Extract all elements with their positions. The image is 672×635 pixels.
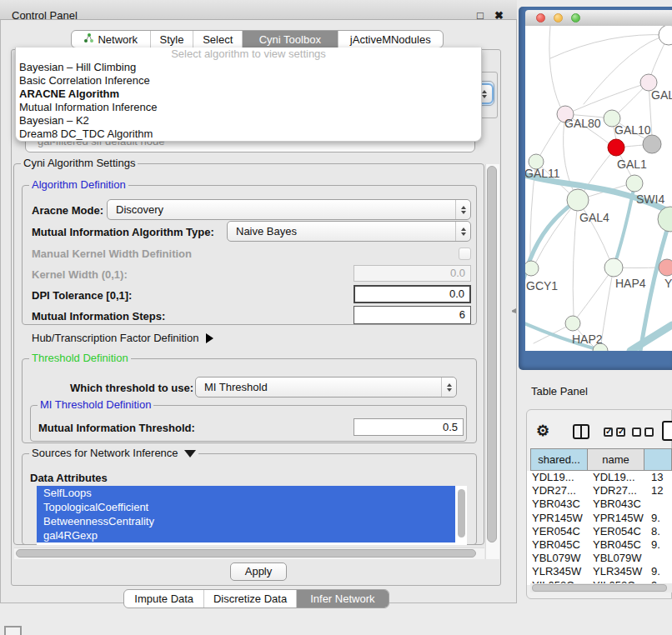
dpi-tolerance-label: DPI Tolerance [0,1]: [32,289,132,302]
tab-jactivemnodules[interactable]: jActiveMNodules [339,31,443,48]
aracne-mode-select[interactable]: Discovery [107,199,471,220]
tab-network[interactable]: Network [72,31,151,48]
network-node[interactable] [643,135,661,153]
network-window-titlebar[interactable] [525,10,672,26]
group-title: Cyni Algorithm Settings [21,158,138,169]
network-node-swi4[interactable] [626,175,643,192]
table-cell: YBL079W [593,552,651,565]
network-edge [535,200,578,263]
tab-cyni-toolbox[interactable]: Cyni Toolbox [243,31,338,48]
settings-horizontal-scrollbar-thumb[interactable] [16,549,476,558]
dpi-tolerance-input[interactable]: 0.0 [354,285,471,303]
collapsed-arrow-icon [206,333,213,343]
table-row[interactable]: YER054CYER054C8. [527,525,672,538]
cyni-mode-tabbar: Impute Data Discretize Data Infer Networ… [123,589,389,608]
aracne-mode-label: Aracne Mode: [32,204,103,217]
node-label: GAL80 [564,117,601,130]
select-all-icon[interactable] [604,428,625,437]
tab-infer-network-label: Infer Network [310,592,374,605]
column-header-shared[interactable]: shared... [530,448,588,471]
algorithm-option[interactable]: Dream8 DC_TDC Algorithm [16,128,481,141]
sources-toggle[interactable]: Sources for Network Inference [29,448,198,459]
list-scrollbar-thumb[interactable] [458,489,465,538]
attribute-list-item[interactable]: BetweennessCentrality [37,514,455,528]
expanded-arrow-icon [184,450,196,458]
attribute-list-item[interactable]: gal4RGexp [37,528,455,542]
tab-discretize-data[interactable]: Discretize Data [204,590,296,608]
network-node-y[interactable] [659,259,672,276]
mi-steps-input[interactable]: 6 [354,306,471,324]
column-header-name[interactable]: name [587,448,644,471]
column-header-third[interactable] [644,448,672,471]
algorithm-option[interactable]: ARACNE Algorithm [16,88,481,101]
node-table-body: YDL19...YDL19...13YDR27...YDR27...12YBR0… [527,471,672,585]
network-node[interactable] [659,26,672,45]
minimize-window-icon[interactable] [554,13,563,22]
network-node-gcy1[interactable] [525,261,539,276]
node-label: HAP2 [572,332,603,346]
table-cell: YPR145W [527,512,593,525]
manual-kernel-checkbox[interactable] [459,248,471,260]
columns-view-icon[interactable] [573,424,589,439]
network-edge [550,35,669,58]
close-window-icon[interactable] [536,13,545,22]
mi-algorithm-type-label: Mutual Information Algorithm Type: [32,226,214,238]
settings-vertical-scrollbar-thumb[interactable] [487,166,497,542]
table-row[interactable]: YBL079WYBL079W [527,552,672,565]
mi-steps-label: Mutual Information Steps: [32,310,165,322]
mi-threshold-input[interactable]: 0.5 [354,418,464,436]
network-node-gal4[interactable] [567,189,589,211]
checked-box-icon [604,428,613,437]
table-row[interactable]: YDR27...YDR27...12 [527,484,672,498]
table-cell: 9. [651,538,672,552]
table-function-icon[interactable] [662,421,672,441]
network-node-gal1[interactable] [608,139,624,156]
table-cell: 13 [651,471,672,484]
table-cell [651,498,672,511]
table-cell: 9. [651,512,672,525]
attribute-list-item[interactable]: TopologicalCoefficient [37,500,455,514]
close-panel-icon[interactable]: ✖ [494,9,504,22]
kernel-width-label: Kernel Width (0,1): [32,268,128,281]
table-row[interactable]: YDL19...YDL19...13 [527,471,672,484]
network-icon [83,32,94,46]
node-label: Y [664,277,672,290]
attribute-list-item[interactable]: SelfLoops [37,486,455,500]
group-title: Algorithm Definition [29,179,128,191]
attr-items: SelfLoopsTopologicalCoefficientBetweenne… [37,486,467,542]
algorithm-option[interactable]: Bayesian – K2 [16,114,481,128]
mi-algorithm-type-select[interactable]: Naive Bayes [227,221,471,242]
apply-button[interactable]: Apply [230,562,287,581]
gear-icon[interactable]: ⚙ [536,422,549,440]
table-row[interactable]: YLR345WYLR345W9. [527,565,672,578]
algorithm-option[interactable]: Bayesian – Hill Climbing [16,61,481,74]
tab-infer-network[interactable]: Infer Network [297,590,389,608]
zoom-window-icon[interactable] [571,13,580,22]
float-window-icon[interactable]: □ [477,9,484,22]
tab-style[interactable]: Style [151,31,194,48]
minimized-panel-icon[interactable] [4,626,22,635]
table-row[interactable]: YBR043CYBR043C [527,498,672,511]
table-row[interactable]: YPR145WYPR145W9. [527,512,672,525]
list-scrollbar[interactable] [455,486,467,545]
network-canvas[interactable]: GALGAL80GAL10GAL1GAL11SWI4GAL4GCY1HAP4YH… [525,26,672,351]
node-label: GAL11 [525,167,560,180]
network-node-hap2[interactable] [565,316,580,331]
network-node[interactable] [658,207,672,232]
table-row[interactable]: YBR045CYBR045C9. [527,538,672,552]
network-edge [601,268,614,343]
algorithm-option[interactable]: Mutual Information Inference [16,101,481,114]
deselect-all-icon[interactable] [632,428,654,437]
network-node-hap4[interactable] [604,258,623,277]
tab-impute-data[interactable]: Impute Data [124,590,204,608]
which-threshold-select[interactable]: MI Threshold [195,377,457,398]
table-panel-title: Table Panel [531,385,588,398]
algorithm-option[interactable]: Basic Correlation Inference [16,74,481,88]
table-horizontal-scrollbar-thumb[interactable] [532,584,667,592]
table-cell: 9. [651,565,672,578]
tab-select[interactable]: Select [193,31,243,48]
table-cell: 12 [651,484,672,498]
tab-discretize-data-label: Discretize Data [213,592,287,605]
hub-definition-toggle[interactable]: Hub/Transcription Factor Definition [32,332,213,344]
node-label: SWI4 [636,192,664,206]
